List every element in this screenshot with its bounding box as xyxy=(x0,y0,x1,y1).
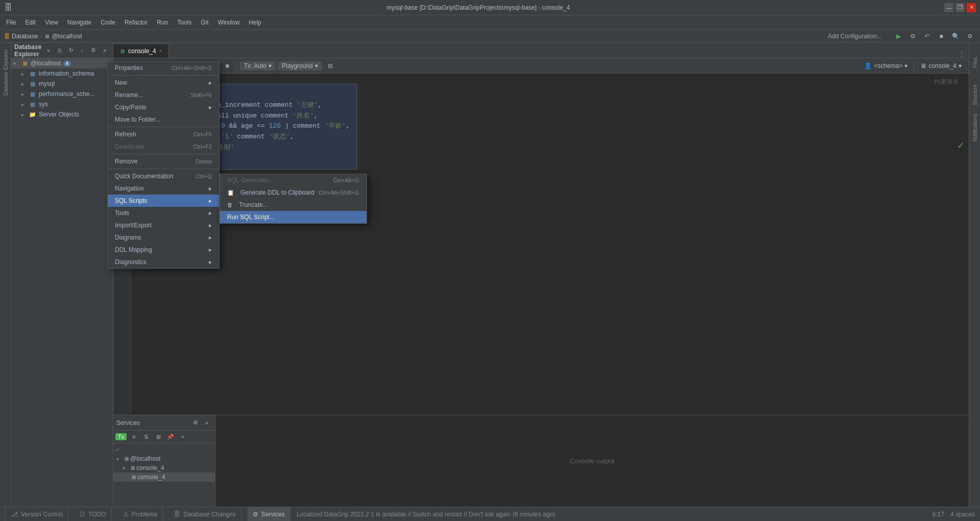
cm-refresh[interactable]: Refresh Ctrl+F5 xyxy=(108,128,219,140)
cm-deactivate-label: Deactivate xyxy=(115,143,189,150)
cm-refresh-label: Refresh xyxy=(115,131,189,138)
cm-new[interactable]: New ▸ xyxy=(108,77,219,89)
generate-ddl-item[interactable]: 📋 Generate DDL to Clipboard Ctrl+Alt+Shi… xyxy=(220,186,366,199)
gen-ddl-shortcut: Ctrl+Alt+Shift+G xyxy=(318,190,359,196)
cm-properties[interactable]: Properties Ctrl+Alt+Shift+S xyxy=(108,62,219,74)
cm-diagrams-label: Diagrams xyxy=(115,234,205,241)
cm-sep1 xyxy=(108,75,219,76)
cm-new-label: New xyxy=(115,79,205,86)
cm-rename-label: Rename... xyxy=(115,91,187,99)
cm-diagnostics-arrow: ▸ xyxy=(209,258,212,266)
cm-remove-shortcut: Delete xyxy=(195,158,212,164)
clipboard-icon: 📋 xyxy=(227,190,234,196)
cm-sep4 xyxy=(108,169,219,169)
cm-diagnostics-label: Diagnostics xyxy=(115,258,205,266)
cm-rename-shortcut: Shift+F6 xyxy=(191,92,212,98)
truncate-label: Truncate... xyxy=(239,201,359,208)
cm-copy-paste-label: Copy/Paste xyxy=(115,104,205,111)
cm-diagnostics[interactable]: Diagnostics ▸ xyxy=(108,256,219,268)
cm-sql-scripts-arrow: ▸ xyxy=(209,197,212,204)
cm-navigation-label: Navigation xyxy=(115,185,205,192)
sql-gen-label: SQL Generator... xyxy=(227,177,329,184)
cm-move-folder[interactable]: Move to Folder... xyxy=(108,113,219,126)
gen-ddl-label: Generate DDL to Clipboard xyxy=(240,189,314,196)
cm-properties-label: Properties xyxy=(115,64,167,72)
sql-generator-item[interactable]: SQL Generator... Ctrl+Alt+G xyxy=(220,174,366,186)
truncate-item[interactable]: 🗑 Truncate... xyxy=(220,199,366,211)
cm-copy-paste[interactable]: Copy/Paste ▸ xyxy=(108,101,219,113)
cm-tools-label: Tools xyxy=(115,209,205,217)
trash-icon: 🗑 xyxy=(227,202,233,208)
cm-deactivate[interactable]: Deactivate Ctrl+F2 xyxy=(108,140,219,153)
cm-move-label: Move to Folder... xyxy=(115,116,212,123)
cm-import-arrow: ▸ xyxy=(209,222,212,229)
cm-sep3 xyxy=(108,154,219,154)
cm-diagrams-arrow: ▸ xyxy=(209,234,212,241)
cm-quick-doc-label: Quick Documentation xyxy=(115,173,191,180)
cm-remove[interactable]: Remove Delete xyxy=(108,155,219,168)
sql-scripts-submenu: SQL Generator... Ctrl+Alt+G 📋 Generate D… xyxy=(219,174,367,224)
run-sql-item[interactable]: Run SQL Script... xyxy=(220,211,366,223)
cm-ddl-label: DDL Mapping xyxy=(115,246,205,253)
cm-quick-doc-shortcut: Ctrl+Q xyxy=(195,173,212,179)
cm-tools[interactable]: Tools ▸ xyxy=(108,207,219,219)
cm-deactivate-shortcut: Ctrl+F2 xyxy=(193,144,212,150)
cm-navigation-arrow: ▸ xyxy=(209,185,212,192)
cm-new-arrow: ▸ xyxy=(209,79,212,86)
cm-copy-arrow: ▸ xyxy=(209,104,212,111)
cm-refresh-shortcut: Ctrl+F5 xyxy=(193,131,212,137)
cm-rename[interactable]: Rename... Shift+F6 xyxy=(108,89,219,101)
cm-import-export[interactable]: Import/Export ▸ xyxy=(108,219,219,231)
context-menu: Properties Ctrl+Alt+Shift+S New ▸ Rename… xyxy=(107,61,219,269)
sql-gen-shortcut: Ctrl+Alt+G xyxy=(333,177,359,183)
cm-properties-shortcut: Ctrl+Alt+Shift+S xyxy=(172,65,212,71)
cm-navigation[interactable]: Navigation ▸ xyxy=(108,182,219,195)
cm-sep2 xyxy=(108,127,219,127)
cm-tools-arrow: ▸ xyxy=(209,209,212,217)
cm-ddl-mapping[interactable]: DDL Mapping ▸ xyxy=(108,244,219,256)
cm-ddl-arrow: ▸ xyxy=(209,246,212,253)
cm-remove-label: Remove xyxy=(115,158,191,165)
cm-sql-scripts-label: SQL Scripts xyxy=(115,197,205,204)
run-sql-label: Run SQL Script... xyxy=(227,214,359,221)
cm-diagrams[interactable]: Diagrams ▸ xyxy=(108,231,219,244)
cm-sql-scripts[interactable]: SQL Scripts ▸ xyxy=(108,195,219,207)
cm-quick-doc[interactable]: Quick Documentation Ctrl+Q xyxy=(108,170,219,182)
context-menu-overlay: Properties Ctrl+Alt+Shift+S New ▸ Rename… xyxy=(0,0,980,521)
cm-import-export-label: Import/Export xyxy=(115,222,205,229)
